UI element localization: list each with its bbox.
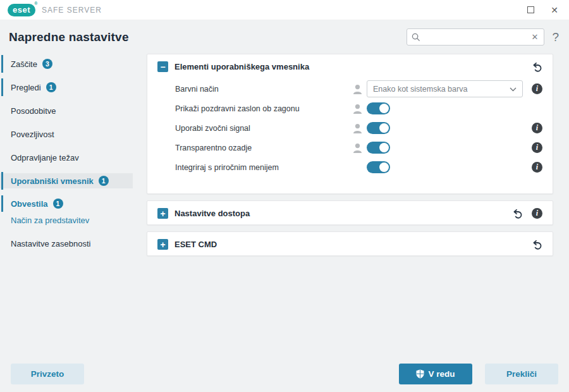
eset-logo-text: eset bbox=[13, 5, 30, 15]
setting-row-transparentno-ozadje: Transparentno ozadje i bbox=[157, 138, 542, 157]
status-badge: 1 bbox=[99, 176, 109, 186]
ok-button-label: V redu bbox=[428, 369, 455, 379]
window-controls: ✕ bbox=[521, 2, 564, 18]
help-button[interactable]: ? bbox=[552, 30, 559, 44]
active-indicator-bar bbox=[1, 172, 3, 190]
welcome-screen-toggle[interactable] bbox=[367, 102, 390, 114]
section-eset-cmd: + ESET CMD bbox=[147, 231, 553, 256]
close-button[interactable]: ✕ bbox=[545, 2, 564, 18]
sidebar-item-posodobitve[interactable]: Posodobitve bbox=[0, 103, 133, 118]
transparent-background-toggle[interactable] bbox=[367, 142, 390, 154]
search-clear-icon[interactable]: ✕ bbox=[530, 32, 540, 42]
sidebar-item-label: Način za predstavitev bbox=[11, 216, 89, 225]
context-menu-toggle[interactable] bbox=[367, 161, 390, 173]
user-icon bbox=[353, 104, 362, 114]
eset-logo: eset ® bbox=[8, 4, 35, 16]
control-slot: Enako kot sistemska barva bbox=[367, 80, 523, 97]
section-header-icons bbox=[532, 240, 542, 250]
setting-row-pozdravni-zaslon: Prikaži pozdravni zaslon ob zagonu bbox=[157, 99, 542, 118]
user-override-slot bbox=[353, 143, 367, 153]
content: Zaščite 3 Pregledi 1 Posodobitve Povezlj… bbox=[0, 54, 569, 262]
footer-actions: V redu Prekliči bbox=[399, 364, 558, 384]
active-indicator-bar bbox=[1, 55, 3, 73]
user-icon bbox=[353, 123, 362, 133]
sidebar-item-nacin-za-predstavitev[interactable]: Način za predstavitev bbox=[0, 213, 133, 227]
info-slot: i bbox=[532, 142, 542, 153]
info-slot: i bbox=[532, 123, 542, 133]
sidebar-item-label: Zaščite bbox=[11, 59, 37, 69]
expand-icon[interactable]: + bbox=[157, 208, 168, 219]
section-header: − Elementi uporabniškega vmesnika bbox=[147, 54, 553, 78]
default-button[interactable]: Privzeto bbox=[11, 364, 84, 384]
setting-label: Prikaži pozdravni zaslon ob zagonu bbox=[157, 104, 353, 113]
main-panel: − Elementi uporabniškega vmesnika bbox=[147, 54, 569, 262]
setting-label: Integriraj s priročnim menijem bbox=[157, 163, 353, 172]
setting-row-zvocni-signal: Uporabi zvočni signal i bbox=[157, 118, 542, 138]
setting-row-barvni-nacin: Barvni način Enako kot sistemska barva bbox=[157, 79, 542, 99]
titlebar: eset ® SAFE SERVER ✕ bbox=[0, 0, 569, 20]
control-slot bbox=[367, 102, 523, 114]
section-title: ESET CMD bbox=[174, 240, 217, 249]
maximize-icon bbox=[527, 6, 534, 13]
section-title: Nastavitve dostopa bbox=[174, 209, 250, 218]
status-badge: 1 bbox=[46, 82, 56, 92]
sidebar-item-uporabniski-vmesnik[interactable]: Uporabniški vmesnik 1 bbox=[0, 173, 133, 188]
cancel-button-label: Prekliči bbox=[506, 369, 537, 379]
default-button-label: Privzeto bbox=[31, 369, 64, 379]
active-indicator-bar bbox=[1, 195, 3, 212]
info-icon[interactable]: i bbox=[532, 83, 542, 94]
info-icon[interactable]: i bbox=[532, 142, 542, 153]
sound-signal-toggle[interactable] bbox=[367, 122, 390, 134]
reset-icon[interactable] bbox=[532, 62, 542, 72]
product-name: SAFE SERVER bbox=[42, 6, 102, 15]
search-input[interactable] bbox=[420, 33, 530, 42]
sidebar-item-label: Uporabniški vmesnik bbox=[11, 176, 94, 186]
cancel-button[interactable]: Prekliči bbox=[485, 364, 558, 384]
setting-row-prirocni-meni: Integriraj s priročnim menijem i bbox=[157, 157, 542, 177]
search-box[interactable]: ✕ bbox=[407, 28, 544, 46]
section-header: + Nastavitve dostopa i bbox=[147, 201, 553, 224]
section-title: Elementi uporabniškega vmesnika bbox=[174, 62, 309, 71]
sidebar-item-povezljivost[interactable]: Povezljivost bbox=[0, 126, 133, 142]
user-override-slot bbox=[353, 123, 367, 133]
setting-label: Transparentno ozadje bbox=[157, 144, 353, 152]
user-icon bbox=[353, 84, 362, 94]
select-value: Enako kot sistemska barva bbox=[373, 85, 467, 94]
page-title: Napredne nastavitve bbox=[9, 30, 129, 44]
sidebar-item-label: Posodobitve bbox=[11, 106, 56, 116]
info-slot: i bbox=[532, 162, 542, 173]
color-mode-select[interactable]: Enako kot sistemska barva bbox=[367, 80, 523, 97]
sidebar-item-obvestila[interactable]: Obvestila 1 bbox=[0, 197, 133, 211]
chevron-down-icon bbox=[510, 85, 517, 94]
reset-icon[interactable] bbox=[513, 209, 523, 219]
section-nastavitve-dostopa: + Nastavitve dostopa i bbox=[147, 200, 553, 225]
reset-icon[interactable] bbox=[532, 240, 542, 250]
info-icon[interactable]: i bbox=[532, 162, 542, 173]
user-override-slot bbox=[353, 84, 367, 94]
collapse-icon[interactable]: − bbox=[157, 61, 168, 72]
search-icon bbox=[412, 33, 420, 42]
maximize-button[interactable] bbox=[521, 2, 540, 18]
sidebar-item-label: Obvestila bbox=[11, 199, 48, 209]
sidebar-item-odpravljanje-tezav[interactable]: Odpravljanje težav bbox=[0, 150, 133, 165]
sidebar-item-nastavitve-zasebnosti[interactable]: Nastavitve zasebnosti bbox=[0, 236, 133, 251]
sidebar-item-pregledi[interactable]: Pregledi 1 bbox=[0, 80, 133, 95]
info-icon[interactable]: i bbox=[532, 208, 542, 219]
info-slot: i bbox=[532, 83, 542, 94]
status-badge: 1 bbox=[53, 199, 63, 209]
sidebar-item-zascite[interactable]: Zaščite 3 bbox=[0, 56, 133, 71]
sidebar-item-label: Odpravljanje težav bbox=[11, 153, 79, 162]
ok-button[interactable]: V redu bbox=[399, 364, 472, 384]
sidebar-item-label: Pregledi bbox=[11, 83, 41, 92]
info-icon[interactable]: i bbox=[532, 123, 542, 133]
page-header: Napredne nastavitve ✕ ? bbox=[0, 20, 569, 54]
setting-label: Uporabi zvočni signal bbox=[157, 124, 353, 133]
user-icon bbox=[353, 143, 362, 153]
section-body: Barvni način Enako kot sistemska barva bbox=[147, 78, 553, 193]
footer: Privzeto V redu Prekliči bbox=[0, 364, 569, 384]
uac-shield-icon bbox=[416, 369, 424, 379]
expand-icon[interactable]: + bbox=[157, 239, 168, 250]
header-right: ✕ ? bbox=[407, 28, 559, 46]
sidebar: Zaščite 3 Pregledi 1 Posodobitve Povezlj… bbox=[0, 54, 147, 259]
registered-mark: ® bbox=[34, 1, 38, 6]
